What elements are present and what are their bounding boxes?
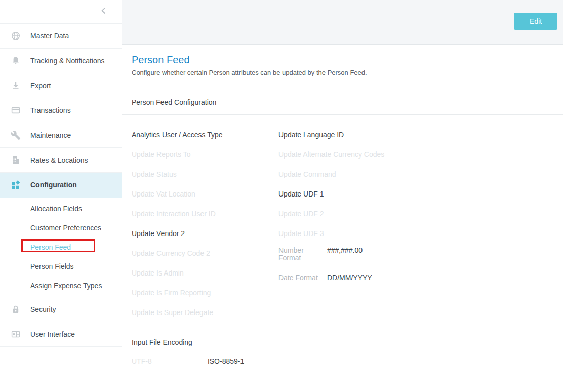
- config-option: Update Command: [278, 165, 425, 184]
- encoding-option-utf8: UTF-8: [132, 357, 206, 365]
- config-option: Update Is Admin: [132, 263, 278, 283]
- config-option: Update Interaction User ID: [132, 204, 278, 224]
- sidebar-item-export[interactable]: Export: [0, 73, 122, 98]
- chevron-left-icon: [99, 6, 109, 18]
- date-format-label: Date Format: [278, 274, 327, 298]
- number-format-field: Number Format ###,###.00: [278, 244, 425, 271]
- config-option: Update Reports To: [132, 145, 278, 165]
- number-format-value: ###,###.00: [327, 247, 363, 271]
- config-option: Update UDF 3: [278, 224, 425, 244]
- config-option: Update UDF 1: [278, 184, 425, 204]
- sidebar-item-label: User Interface: [30, 330, 75, 338]
- sidebar-item-configuration[interactable]: Configuration: [0, 173, 122, 198]
- section-title-input-file-encoding: Input File Encoding: [132, 338, 563, 346]
- subitem-label: Assign Expense Types: [30, 282, 102, 290]
- collapse-sidebar-button[interactable]: [98, 6, 109, 17]
- subitem-label: Allocation Fields: [30, 205, 82, 213]
- sidebar-item-label: Tracking & Notifications: [30, 57, 105, 65]
- toolbar: Edit: [122, 0, 563, 45]
- page-subtitle: Configure whether certain Person attribu…: [132, 69, 553, 76]
- bell-icon: [11, 56, 21, 66]
- sidebar-subitem-person-feed[interactable]: Person Feed: [0, 238, 122, 257]
- sidebar-item-master-data[interactable]: Master Data: [0, 24, 122, 49]
- config-option: Update Vat Location: [132, 184, 278, 204]
- lock-icon: [11, 304, 21, 315]
- config-option: Update Vendor 2: [132, 224, 278, 244]
- sidebar-item-security[interactable]: Security: [0, 297, 122, 322]
- config-option: Update Language ID: [278, 125, 425, 145]
- subitem-label: Person Feed: [30, 243, 71, 251]
- config-option: Update Is Firm Reporting: [132, 283, 278, 303]
- config-option: Analytics User / Access Type: [132, 125, 278, 145]
- sidebar-item-label: Master Data: [30, 32, 69, 40]
- input-file-encoding-section: Input File Encoding UTF-8 ISO-8859-1: [122, 329, 563, 365]
- credit-card-icon: [11, 105, 21, 115]
- sidebar-item-transactions[interactable]: Transactions: [0, 98, 122, 123]
- configuration-sub-menu: Allocation Fields Customer Preferences P…: [0, 198, 122, 297]
- config-option: Update UDF 2: [278, 204, 425, 224]
- app-window: Master Data Tracking & Notifications Exp…: [0, 0, 563, 392]
- config-option: Update Is Super Delegate: [132, 303, 278, 323]
- config-right-column: Update Language ID Update Alternate Curr…: [278, 125, 425, 323]
- sidebar-item-label: Configuration: [30, 181, 77, 189]
- encoding-option-iso-8859-1: ISO-8859-1: [208, 357, 244, 365]
- page-header: Person Feed Configure whether certain Pe…: [122, 45, 563, 76]
- sidebar-subitem-allocation-fields[interactable]: Allocation Fields: [0, 199, 122, 218]
- building-icon: [11, 155, 21, 165]
- globe-icon: [11, 31, 21, 41]
- date-format-field: Date Format DD/MM/YYYY: [278, 271, 425, 298]
- config-option: Update Alternate Currency Codes: [278, 145, 425, 165]
- sidebar-subitem-customer-preferences[interactable]: Customer Preferences: [0, 218, 122, 238]
- config-option: Update Currency Code 2: [132, 244, 278, 263]
- person-feed-configuration-section: Analytics User / Access Type Update Repo…: [122, 115, 563, 329]
- section-title-person-feed-configuration: Person Feed Configuration: [122, 98, 563, 115]
- sidebar-item-rates-locations[interactable]: Rates & Locations: [0, 148, 122, 173]
- subitem-label: Customer Preferences: [30, 224, 101, 232]
- sidebar-item-label: Maintenance: [30, 131, 71, 139]
- config-left-column: Analytics User / Access Type Update Repo…: [132, 125, 278, 323]
- date-format-value: DD/MM/YYYY: [327, 274, 372, 298]
- edit-button[interactable]: Edit: [514, 13, 557, 30]
- wrench-icon: [11, 130, 21, 140]
- sidebar-item-maintenance[interactable]: Maintenance: [0, 123, 122, 148]
- sidebar-item-tracking-notifications[interactable]: Tracking & Notifications: [0, 49, 122, 73]
- download-icon: [11, 81, 21, 91]
- sidebar: Master Data Tracking & Notifications Exp…: [0, 0, 122, 392]
- config-option: Update Status: [132, 165, 278, 184]
- sidebar-item-label: Transactions: [30, 106, 71, 114]
- subitem-label: Person Fields: [30, 262, 74, 270]
- layout-icon: [11, 329, 21, 339]
- sidebar-item-label: Export: [30, 82, 51, 90]
- sidebar-item-label: Rates & Locations: [30, 156, 88, 164]
- sidebar-subitem-person-fields[interactable]: Person Fields: [0, 257, 122, 276]
- sidebar-item-label: Security: [30, 305, 56, 313]
- number-format-label: Number Format: [278, 247, 327, 271]
- grid-icon: [11, 180, 21, 190]
- sidebar-subitem-assign-expense-types[interactable]: Assign Expense Types: [0, 276, 122, 295]
- sidebar-header: [0, 0, 122, 24]
- sidebar-item-user-interface[interactable]: User Interface: [0, 322, 122, 347]
- page-title: Person Feed: [132, 54, 553, 65]
- main-content: Edit Person Feed Configure whether certa…: [122, 0, 563, 392]
